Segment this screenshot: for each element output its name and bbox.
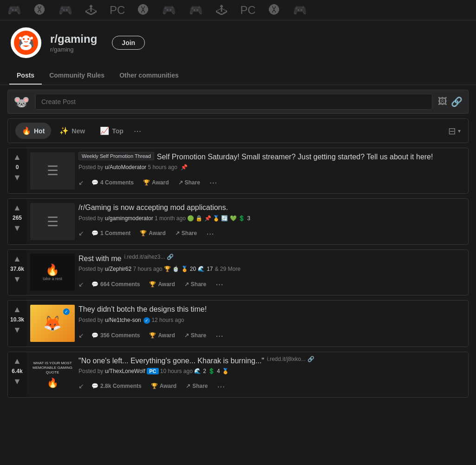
downvote-button-2[interactable]: ▼ — [12, 223, 22, 233]
sort-hot-button[interactable]: 🔥 Hot — [15, 123, 51, 139]
post-actions-2: ↙ 💬 1 Comment 🏆 Award ↗ Share ··· — [78, 226, 464, 241]
vote-count-2: 265 — [13, 215, 22, 221]
comments-button-1[interactable]: 💬 4 Comments — [88, 177, 137, 189]
thumb-caption-3: take a rest — [43, 276, 62, 281]
post-title-row-4: They didn't botch the designs this time! — [78, 304, 464, 314]
more-button-2[interactable]: ··· — [202, 226, 218, 241]
post-flair-1[interactable]: Weekly Self Promotion Thread — [78, 152, 154, 160]
post-author-5[interactable]: u/ThexLoneWolf — [105, 368, 145, 374]
banner-icon-10: PC — [240, 4, 255, 17]
verified-badge-4: ✓ — [63, 308, 70, 315]
share-button-4[interactable]: ↗ Share — [181, 329, 210, 341]
subreddit-avatar: 🎮 — [9, 26, 43, 59]
post-actions-1: ↙ 💬 4 Comments 🏆 Award ↗ Share ··· — [78, 175, 464, 190]
sub-info: 🎮 r/gaming r/gaming Join — [9, 26, 467, 65]
collapse-icon-1: ↙ — [78, 179, 84, 186]
downvote-button-1[interactable]: ▼ — [12, 172, 22, 183]
share-icon-4: ↗ — [184, 332, 189, 339]
hot-icon: 🔥 — [22, 126, 31, 135]
more-button-4[interactable]: ··· — [212, 328, 227, 343]
upvote-button-1[interactable]: ▲ — [12, 152, 22, 162]
table-row: ▲ 6.4k ▼ WHAT IS YOUR MOSTMEMORABLE GAMI… — [7, 352, 469, 398]
comments-button-5[interactable]: 💬 2.8k Comments — [88, 380, 145, 392]
post-awards-3: 🏆 🍵 🏅 20 🌊 17 & 29 More — [164, 266, 241, 272]
link-icon[interactable]: 🔗 — [451, 96, 463, 107]
vote-col-3: ▲ 37.6k ▼ — [8, 250, 26, 295]
award-button-2[interactable]: 🏆 Award — [136, 227, 169, 239]
sort-new-button[interactable]: ✨ New — [53, 123, 91, 139]
more-button-1[interactable]: ··· — [206, 175, 221, 190]
share-button-1[interactable]: ↗ Share — [175, 177, 204, 189]
more-button-3[interactable]: ··· — [212, 277, 227, 291]
share-button-3[interactable]: ↗ Share — [181, 278, 210, 290]
post-author-1[interactable]: u/AutoModerator — [105, 164, 146, 170]
banner: 🎮 🅧 🎮 🕹 PC 🅧 🎮 🎮 🕹 PC 🅧 🎮 — [0, 0, 476, 20]
comments-button-3[interactable]: 💬 664 Comments — [88, 278, 143, 290]
post-author-4[interactable]: u/Ne1tche-son — [105, 317, 141, 323]
post-link-5[interactable]: i.redd.it/j8ixko... 🔗 — [267, 356, 314, 362]
create-post-input[interactable] — [35, 94, 432, 110]
text-post-icon-1: ☰ — [47, 163, 59, 178]
more-button-5[interactable]: ··· — [214, 379, 229, 393]
post-title-4[interactable]: They didn't botch the designs this time! — [78, 304, 207, 314]
table-row: ▲ 10.3k ▼ 🦊 ✓ They didn't botch the desi… — [7, 300, 469, 347]
comments-button-2[interactable]: 💬 1 Comment — [88, 227, 134, 239]
share-label-4: Share — [191, 332, 206, 339]
comment-count-4: 356 Comments — [100, 332, 140, 339]
post-content-2: /r/Gaming is now accepting mod applicati… — [78, 199, 468, 244]
post-link-3[interactable]: i.redd.it/aihez3... 🔗 — [124, 254, 173, 260]
upvote-button-2[interactable]: ▲ — [12, 203, 22, 213]
comment-count-3: 664 Comments — [100, 281, 140, 288]
post-thumb-2: ☰ — [30, 203, 75, 240]
award-label-2: Award — [149, 230, 165, 236]
post-author-3[interactable]: u/Zephir62 — [105, 266, 131, 272]
post-actions-4: ↙ 💬 356 Comments 🏆 Award ↗ Share ··· — [78, 328, 464, 343]
share-button-5[interactable]: ↗ Share — [182, 380, 211, 392]
post-title-2[interactable]: /r/Gaming is now accepting mod applicati… — [78, 203, 228, 213]
award-button-4[interactable]: 🏆 Award — [145, 329, 178, 341]
post-title-5[interactable]: "No one's left... Everything's gone... K… — [78, 356, 264, 366]
comment-icon-5: 💬 — [91, 383, 98, 389]
join-button[interactable]: Join — [112, 36, 145, 50]
share-label-5: Share — [192, 383, 208, 389]
vote-count-4: 10.3k — [10, 316, 24, 323]
post-title-1[interactable]: Self Promotion Saturday! Small streamer?… — [157, 152, 433, 162]
view-toggle-button[interactable]: ⊟ ▾ — [448, 125, 461, 137]
award-button-5[interactable]: 🏆 Award — [147, 380, 180, 392]
share-label-1: Share — [185, 179, 200, 186]
post-awards-2: 🟢 🔒 📌 🏅 🔄 💚 💲 3 — [187, 215, 250, 222]
award-icon-4: 🏆 — [149, 332, 156, 339]
post-author-2[interactable]: u/gamingmoderator — [105, 215, 153, 222]
comments-button-4[interactable]: 💬 356 Comments — [88, 329, 143, 341]
vote-col-2: ▲ 265 ▼ — [8, 199, 26, 244]
downvote-button-5[interactable]: ▼ — [12, 376, 22, 386]
award-icon-3: 🏆 — [149, 281, 156, 288]
tab-posts[interactable]: Posts — [9, 67, 42, 85]
comment-icon-4: 💬 — [91, 332, 98, 339]
downvote-button-4[interactable]: ▼ — [12, 325, 22, 335]
banner-icon-7: 🎮 — [162, 4, 176, 17]
award-icon-1: 🏆 — [143, 179, 150, 186]
image-upload-icon[interactable]: 🖼 — [438, 96, 447, 107]
share-button-2[interactable]: ↗ Share — [171, 227, 201, 239]
post-content-5: "No one's left... Everything's gone... K… — [78, 352, 468, 397]
post-title-3[interactable]: Rest with me — [78, 254, 121, 264]
tab-other-communities[interactable]: Other communities — [112, 67, 186, 85]
platform-badge-5: PC — [147, 368, 158, 374]
upvote-button-3[interactable]: ▲ — [12, 254, 22, 264]
fire-thumb-graphic: 🔥 — [46, 263, 59, 276]
create-post-icons: 🖼 🔗 — [438, 96, 463, 107]
tab-community-rules[interactable]: Community Rules — [42, 67, 112, 85]
sort-more-button[interactable]: ··· — [134, 125, 142, 136]
award-button-3[interactable]: 🏆 Award — [145, 278, 178, 290]
downvote-button-3[interactable]: ▼ — [12, 274, 22, 284]
award-button-1[interactable]: 🏆 Award — [139, 177, 172, 189]
upvote-button-5[interactable]: ▲ — [12, 356, 22, 366]
banner-icon-5: PC — [110, 4, 125, 17]
upvote-button-4[interactable]: ▲ — [12, 304, 22, 314]
banner-icon-6: 🅧 — [138, 4, 149, 17]
banner-icon-9: 🕹 — [216, 4, 227, 17]
text-post-icon-2: ☰ — [47, 214, 59, 229]
post-content-3: Rest with me i.redd.it/aihez3... 🔗 Poste… — [78, 250, 468, 295]
sort-top-button[interactable]: 📈 Top — [93, 123, 130, 139]
